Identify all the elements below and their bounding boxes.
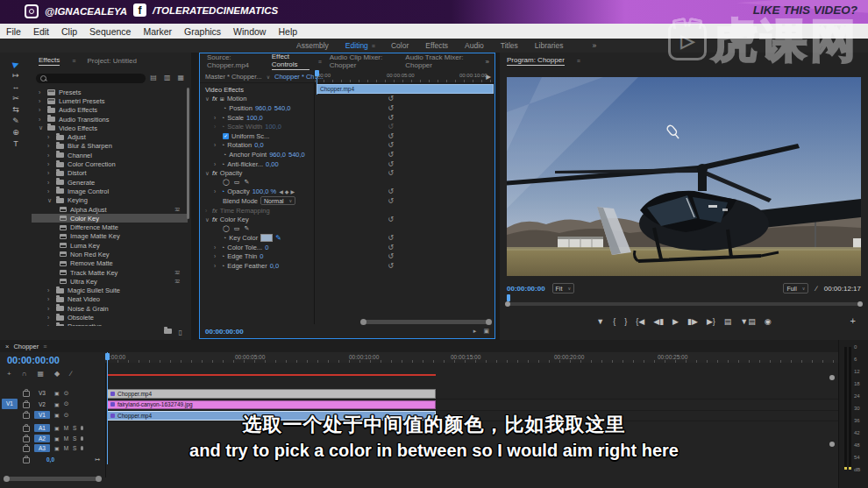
new-custom-bin-icon[interactable] [164, 329, 172, 334]
timeline-tab-label[interactable]: Chopper [13, 343, 39, 350]
chevron-icon[interactable]: ∨ [205, 95, 210, 103]
extract-button[interactable]: ▼▤ [740, 317, 755, 326]
chevron-icon[interactable]: ∨ [205, 170, 210, 177]
chevron-icon[interactable]: › [214, 253, 218, 259]
chevron-icon[interactable]: › [214, 115, 218, 121]
chevron-icon[interactable]: › [39, 107, 44, 113]
timeline-horizontal-scrollbar[interactable] [5, 477, 100, 481]
workspace-tab[interactable]: Titles [501, 41, 518, 50]
mark-out-button[interactable]: } [624, 317, 627, 326]
effects-search-input[interactable] [36, 74, 146, 83]
effects-tree-item[interactable]: › Obsolete [32, 313, 188, 322]
chevron-icon[interactable]: ∨ [39, 124, 44, 131]
key-color-swatch[interactable] [260, 234, 273, 242]
effects-tree-item[interactable]: › Image Control [32, 187, 188, 195]
razor-tool[interactable]: ✂ [9, 94, 23, 103]
previous-keyframe-icon[interactable]: ◀ [279, 188, 283, 194]
menu-item[interactable]: Window [233, 26, 266, 37]
menu-item[interactable]: Edit [33, 26, 49, 37]
chevron-icon[interactable]: › [47, 143, 53, 149]
checkbox-checked-icon[interactable]: ✓ [223, 133, 229, 139]
effects-tree-item[interactable]: › Perspective [32, 322, 188, 326]
track-header-v3[interactable]: V3 ▣ ⊙ [0, 388, 105, 398]
chevron-icon[interactable]: › [47, 180, 53, 186]
master-clip-label[interactable]: Master * Chopper... [205, 73, 262, 81]
32bit-filter-icon[interactable]: ▥ [164, 74, 171, 81]
effects-tree-item[interactable]: ∨ Video Effects [32, 124, 188, 132]
value-x[interactable]: 960,0 [269, 151, 286, 159]
value[interactable]: 0 [260, 252, 263, 260]
pen-mask-icon[interactable]: ✎ [244, 179, 249, 186]
ellipse-mask-icon[interactable]: ◯ [223, 225, 230, 232]
settings-wrench-icon[interactable]: ∕ [815, 285, 816, 293]
go-to-out-button[interactable]: ▶} [707, 317, 715, 326]
ec-timeline-ruler[interactable]: 00:00 00:00:05:00 00:00:10:00 [315, 70, 495, 82]
chevron-icon[interactable]: › [39, 117, 44, 123]
workspace-tab[interactable]: Effects [425, 41, 448, 50]
eye-icon[interactable]: ⊙ [64, 400, 69, 407]
panel-menu-icon[interactable]: ≡ [577, 58, 580, 64]
key-color-row[interactable]: ◔ Key Color ✎ ↺ [200, 234, 313, 244]
value-x[interactable]: 960,0 [255, 104, 272, 112]
chevron-icon[interactable]: › [47, 152, 53, 159]
effects-tree-item[interactable]: › Neat Video [32, 295, 188, 304]
workspace-overflow-icon[interactable]: » [592, 41, 596, 50]
value[interactable]: 100,0 [246, 114, 263, 122]
add-marker-button[interactable]: ▼ [596, 317, 604, 326]
effects-tree-item[interactable]: Alpha Adjust 32 [32, 205, 188, 214]
accelerated-effects-filter-icon[interactable]: ▤ [150, 74, 157, 81]
step-forward-button[interactable]: ▮▶ [687, 317, 698, 326]
type-tool[interactable]: T [9, 139, 23, 148]
marker-icon[interactable]: ◆ [54, 370, 60, 378]
value[interactable]: 0,0 [270, 262, 279, 270]
lock-icon[interactable] [23, 391, 30, 397]
chevron-icon[interactable]: › [47, 161, 53, 167]
effects-tree-item[interactable]: › Noise & Grain [32, 304, 188, 313]
scale-row[interactable]: › ◔ Scale 100,0 ↺ [200, 113, 313, 123]
pen-tool[interactable]: ✎ [9, 117, 23, 125]
snap-icon[interactable]: ∩ [22, 370, 27, 378]
ripple-edit-tool[interactable]: ↔ [9, 82, 23, 91]
effects-tree-item[interactable]: › Presets [32, 88, 188, 96]
nest-sequence-icon[interactable]: + [7, 370, 11, 378]
clip-fairyland-canyon[interactable]: fairyland-canyon-1632749.jpg [107, 400, 436, 410]
tab-program[interactable]: Program: Chopper [507, 56, 565, 66]
value[interactable]: 0 [265, 244, 268, 251]
chevron-icon[interactable]: › [214, 244, 218, 251]
timeline-timecode[interactable]: 00:00:00:00 [7, 355, 60, 365]
track-name[interactable]: V2 [34, 400, 50, 408]
rect-mask-icon[interactable]: ▭ [234, 179, 240, 186]
chevron-icon[interactable]: › [47, 188, 53, 194]
video-effects-header[interactable]: Video Effects ▲ [200, 85, 313, 95]
menu-item[interactable]: Sequence [89, 26, 131, 37]
stopwatch-icon[interactable]: ◔ [223, 152, 226, 158]
program-timecode[interactable]: 00:00:00:00 [507, 285, 545, 293]
play-button[interactable]: ▶ [672, 317, 679, 326]
chevron-icon[interactable]: ∨ [47, 197, 53, 204]
effects-tree-item[interactable]: Track Matte Key 32 [32, 268, 188, 277]
play-around-icon[interactable]: ▸ [473, 328, 477, 335]
uniform-scale-row[interactable]: ✓ Uniform Sc... ↺ [200, 131, 313, 141]
scrubber-start-handle[interactable] [505, 301, 510, 307]
effects-tree-item[interactable]: Image Matte Key [32, 232, 188, 241]
motion-effect-header[interactable]: ∨ fx ⊞ Motion ↺ [200, 95, 313, 104]
chevron-icon[interactable]: › [39, 89, 44, 95]
lock-icon[interactable] [23, 402, 30, 408]
export-frame-button[interactable]: ◉ [765, 317, 772, 326]
go-to-in-button[interactable]: {◀ [636, 317, 644, 326]
anti-flicker-row[interactable]: › ◔ Anti-flicker... 0,00 ↺ [200, 159, 313, 169]
mark-in-button[interactable]: { [613, 317, 615, 326]
chevron-icon[interactable]: › [214, 263, 218, 269]
clip-chopper-v3[interactable]: Chopper.mp4 [107, 389, 436, 399]
stopwatch-icon[interactable]: ◔ [223, 235, 226, 241]
effects-tree-item[interactable]: › Distort [32, 169, 188, 178]
effects-tree-item[interactable]: › Lumetri Presets [32, 96, 188, 105]
opacity-row[interactable]: › ◔ Opacity 100,0 % ◀ ◆ ▶ ↺ [200, 187, 313, 197]
panel-overflow-icon[interactable]: » [486, 58, 489, 66]
timeline-settings-icon[interactable]: ∕ [70, 370, 71, 378]
value[interactable]: 0,0 [254, 141, 263, 149]
anchor-point-row[interactable]: ◔ Anchor Point 960,0 540,0 ↺ [200, 150, 313, 159]
effects-tree-item[interactable]: Difference Matte [32, 223, 188, 231]
effects-tree-item[interactable]: › Channel [32, 151, 188, 159]
effects-tree-item[interactable]: ∨ Keying [32, 196, 188, 205]
